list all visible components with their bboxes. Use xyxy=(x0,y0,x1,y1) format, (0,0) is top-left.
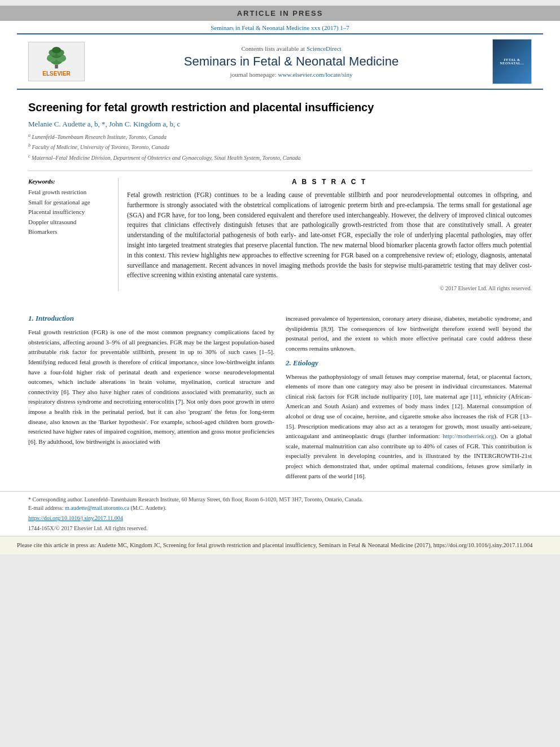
introduction-heading: 1. Introduction xyxy=(28,314,274,323)
corresponding-author-note: * Corresponding author. Lunenfeld–Tanenb… xyxy=(28,495,532,504)
left-column: 1. Introduction Fetal growth restriction… xyxy=(28,314,274,486)
etiology-heading: 2. Etiology xyxy=(286,359,532,368)
article-title: Screening for fetal growth restriction a… xyxy=(28,101,532,114)
affiliation-c: c Maternal–Fetal Medicine Division, Depa… xyxy=(28,153,532,162)
journal-thumbnail-container: FETAL & NEONATAL... xyxy=(492,39,537,84)
svg-rect-0 xyxy=(55,64,58,68)
elsevier-logo-container: ELSEVIER xyxy=(23,42,90,81)
affiliation-b: b Faculty of Medicine, University of Tor… xyxy=(28,142,532,151)
keywords-heading: Keywords: xyxy=(28,178,111,185)
issn-line: 1744-165X/© 2017 Elsevier Ltd. All right… xyxy=(28,524,532,532)
sciencedirect-link[interactable]: ScienceDirect xyxy=(307,45,342,52)
introduction-para-1: Fetal growth restriction (FGR) is one of… xyxy=(28,327,274,447)
introduction-para-2: increased prevalence of hypertension, co… xyxy=(286,314,532,353)
article-header-section: Screening for fetal growth restriction a… xyxy=(0,90,560,303)
affiliation-a: a Lunenfeld–Tanenbaum Research Institute… xyxy=(28,132,532,141)
author-email[interactable]: m.audette@mail.utoronto.ca xyxy=(65,505,129,511)
sciencedirect-line: Contents lists available at ScienceDirec… xyxy=(96,45,487,52)
keyword-3: Placental insufficiency xyxy=(28,207,111,217)
keyword-1: Fetal growth restriction xyxy=(28,187,111,198)
email-note: E-mail address: m.audette@mail.utoronto.… xyxy=(28,504,532,512)
journal-title: Seminars in Fetal & Neonatal Medicine xyxy=(96,54,487,69)
email-label: E-mail address: xyxy=(28,505,63,511)
abstract-column: A B S T R A C T Fetal growth restriction… xyxy=(127,178,532,291)
abstract-heading: A B S T R A C T xyxy=(127,178,532,186)
corresponding-author-text: * Corresponding author. Lunenfeld–Tanenb… xyxy=(28,496,363,503)
journal-header-center: Contents lists available at ScienceDirec… xyxy=(90,45,492,78)
elsevier-logo: ELSEVIER xyxy=(28,42,85,81)
keyword-5: Biomarkers xyxy=(28,227,111,237)
sciencedirect-label: Contents lists available at xyxy=(241,45,305,52)
authors-line: Melanie C. Audette a, b, *, John C. King… xyxy=(28,120,532,129)
homepage-url[interactable]: www.elsevier.com/locate/siny xyxy=(278,71,353,78)
affiliation-a-text: Lunenfeld–Tanenbaum Research Institute, … xyxy=(32,134,167,140)
keyword-4: Doppler ultrasound xyxy=(28,217,111,228)
aip-banner: ARTICLE IN PRESS xyxy=(0,6,560,21)
article-page: ARTICLE IN PRESS Seminars in Fetal & Neo… xyxy=(0,6,560,554)
journal-reference: Seminars in Fetal & Neonatal Medicine xx… xyxy=(0,21,560,33)
right-column: increased prevalence of hypertension, co… xyxy=(286,314,532,486)
citation-footer: Please cite this article in press as: Au… xyxy=(0,536,560,554)
copyright-line: © 2017 Elsevier Ltd. All rights reserved… xyxy=(127,285,532,291)
aip-text: ARTICLE IN PRESS xyxy=(237,9,323,18)
affiliation-b-text: Faculty of Medicine, University of Toron… xyxy=(32,145,170,151)
journal-thumbnail: FETAL & NEONATAL... xyxy=(492,39,532,84)
journal-header: ELSEVIER Contents lists available at Sci… xyxy=(17,33,543,90)
main-body: 1. Introduction Fetal growth restriction… xyxy=(0,303,560,491)
motherrisk-link[interactable]: http://motherrisk.org xyxy=(443,433,494,439)
keywords-list: Fetal growth restriction Small for gesta… xyxy=(28,187,111,237)
email-suffix: (M.C. Audette). xyxy=(130,505,166,511)
footnotes: * Corresponding author. Lunenfeld–Tanenb… xyxy=(0,491,560,536)
svg-point-7 xyxy=(52,47,61,53)
abstract-section: Keywords: Fetal growth restriction Small… xyxy=(28,171,532,291)
journal-homepage: journal homepage: www.elsevier.com/locat… xyxy=(96,71,487,78)
elsevier-brand: ELSEVIER xyxy=(42,71,70,77)
journal-ref-text: Seminars in Fetal & Neonatal Medicine xx… xyxy=(211,24,349,31)
keywords-column: Keywords: Fetal growth restriction Small… xyxy=(28,178,119,291)
abstract-text: Fetal growth restriction (FGR) continues… xyxy=(127,190,532,281)
keyword-2: Small for gestational age xyxy=(28,198,111,208)
doi-link[interactable]: https://doi.org/10.1016/j.siny.2017.11.0… xyxy=(28,514,532,522)
affiliation-c-text: Maternal–Fetal Medicine Division, Depart… xyxy=(32,155,300,161)
etiology-para-1: Whereas the pathophysiology of small fet… xyxy=(286,372,532,482)
citation-footer-text: Please cite this article in press as: Au… xyxy=(17,542,533,548)
affiliations: a Lunenfeld–Tanenbaum Research Institute… xyxy=(28,132,532,162)
homepage-label: journal homepage: xyxy=(230,71,277,78)
